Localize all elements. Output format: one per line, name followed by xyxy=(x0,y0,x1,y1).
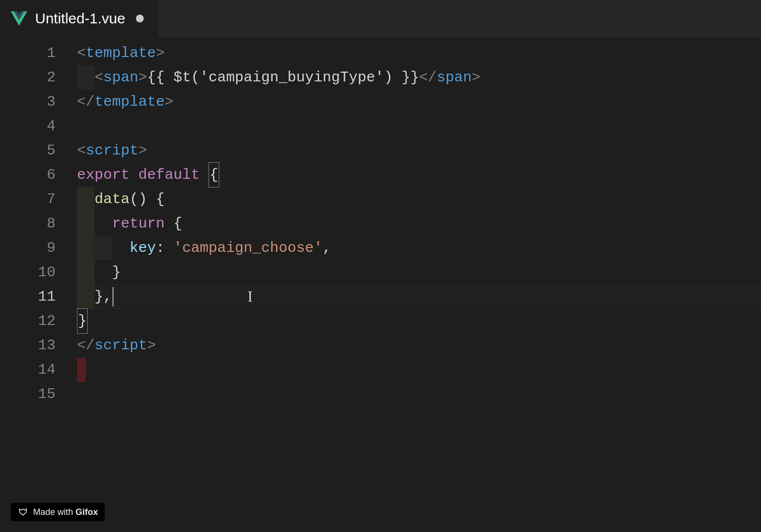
line-number: 1 xyxy=(0,41,77,65)
line-number: 6 xyxy=(0,163,77,187)
code-line[interactable]: </script> xyxy=(77,333,761,358)
code-line[interactable] xyxy=(77,382,761,406)
code-line[interactable]: return { xyxy=(77,211,761,236)
line-number: 13 xyxy=(0,333,77,358)
line-number: 15 xyxy=(0,382,77,406)
line-number: 3 xyxy=(0,90,77,114)
line-number-gutter: 1 2 3 4 5 6 7 8 9 10 11 12 13 14 15 xyxy=(0,37,77,532)
tab-active[interactable]: Untitled-1.vue xyxy=(0,0,158,37)
code-line[interactable]: export default { xyxy=(77,163,761,187)
code-line[interactable]: }, xyxy=(77,285,761,309)
tab-title: Untitled-1.vue xyxy=(35,10,125,27)
code-line[interactable]: <template> xyxy=(77,41,761,65)
line-number: 7 xyxy=(0,187,77,211)
code-line[interactable]: <span>{{ $t('campaign_buyingType') }}</s… xyxy=(77,65,761,90)
code-line[interactable]: key: 'campaign_choose', xyxy=(77,236,761,260)
code-line[interactable]: <script> xyxy=(77,138,761,163)
text-caret xyxy=(113,287,114,306)
line-number: 10 xyxy=(0,260,77,285)
line-number: 8 xyxy=(0,211,77,236)
code-line[interactable] xyxy=(77,114,761,138)
line-number: 4 xyxy=(0,114,77,138)
code-line[interactable] xyxy=(77,358,761,382)
code-line[interactable]: } xyxy=(77,260,761,285)
code-line[interactable]: } xyxy=(77,309,761,333)
code-line[interactable]: </template> xyxy=(77,90,761,114)
tab-bar: Untitled-1.vue xyxy=(0,0,761,37)
line-number: 5 xyxy=(0,138,77,163)
vue-icon xyxy=(11,10,27,27)
fox-icon xyxy=(18,507,28,517)
line-number: 14 xyxy=(0,358,77,382)
line-number: 2 xyxy=(0,65,77,90)
watermark-text: Made with Gifox xyxy=(33,507,98,517)
line-number: 12 xyxy=(0,309,77,333)
line-number: 11 xyxy=(0,285,77,309)
line-number: 9 xyxy=(0,236,77,260)
code-area[interactable]: <template> <span>{{ $t('campaign_buyingT… xyxy=(77,37,761,532)
dirty-indicator-icon[interactable] xyxy=(136,15,144,22)
editor[interactable]: 1 2 3 4 5 6 7 8 9 10 11 12 13 14 15 <tem… xyxy=(0,37,761,532)
code-line[interactable]: data() { xyxy=(77,187,761,211)
trailing-whitespace-marker xyxy=(77,358,86,382)
gifox-watermark: Made with Gifox xyxy=(11,503,105,521)
